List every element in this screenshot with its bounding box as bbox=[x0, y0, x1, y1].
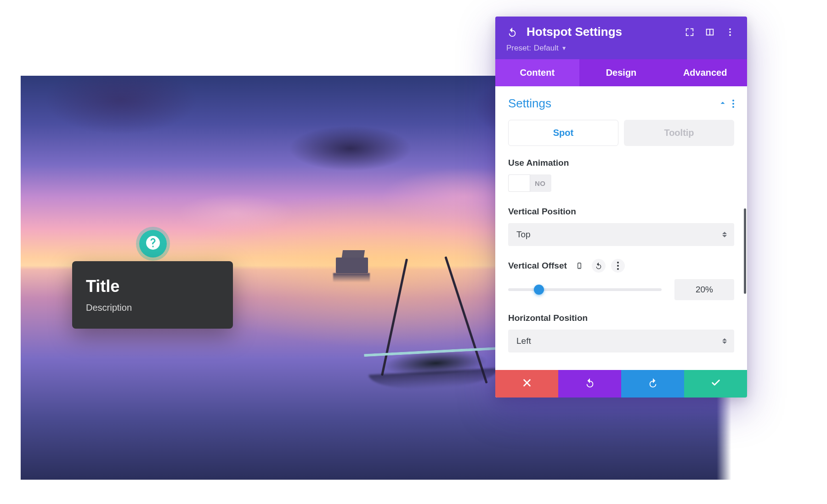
panel-header: Hotspot Settings Preset: Default ▼ bbox=[495, 17, 747, 59]
use-animation-toggle[interactable]: NO bbox=[508, 174, 551, 192]
main-tabs: Content Design Advanced bbox=[495, 59, 747, 86]
field-horizontal-position: Horizontal Position Left bbox=[508, 313, 734, 353]
vertical-position-select[interactable]: Top bbox=[508, 223, 734, 246]
question-icon bbox=[145, 235, 161, 253]
section-collapse-icon[interactable] bbox=[719, 99, 727, 109]
vertical-position-value: Top bbox=[516, 230, 531, 239]
subtab-tooltip[interactable]: Tooltip bbox=[624, 120, 734, 146]
svg-point-2 bbox=[729, 34, 731, 36]
close-icon bbox=[522, 378, 532, 390]
redo-button[interactable] bbox=[621, 370, 684, 398]
toggle-value: NO bbox=[535, 179, 546, 187]
section-more-icon[interactable] bbox=[732, 100, 734, 108]
vertical-offset-slider[interactable] bbox=[508, 288, 662, 291]
panel-footer bbox=[495, 370, 747, 398]
horizontal-position-value: Left bbox=[516, 336, 531, 346]
select-caret-icon bbox=[722, 232, 727, 237]
panel-body: Settings Spot Tooltip Use Animation NO V… bbox=[495, 86, 747, 370]
undo-header-icon[interactable] bbox=[506, 26, 518, 38]
tab-design[interactable]: Design bbox=[579, 59, 663, 86]
use-animation-label: Use Animation bbox=[508, 158, 734, 168]
preset-value: Default bbox=[534, 44, 559, 53]
responsive-icon[interactable] bbox=[572, 259, 586, 273]
undo-button[interactable] bbox=[558, 370, 621, 398]
tooltip-description: Description bbox=[86, 302, 219, 313]
field-use-animation: Use Animation NO bbox=[508, 158, 734, 194]
panel-title: Hotspot Settings bbox=[527, 25, 675, 39]
tooltip-title: Title bbox=[86, 277, 219, 296]
field-vertical-position: Vertical Position Top bbox=[508, 207, 734, 246]
preset-selector[interactable]: Preset: Default ▼ bbox=[506, 44, 736, 53]
vertical-offset-value[interactable]: 20% bbox=[674, 279, 734, 300]
toggle-knob bbox=[508, 174, 530, 192]
subtab-spot[interactable]: Spot bbox=[508, 120, 618, 146]
save-button[interactable] bbox=[684, 370, 747, 398]
slider-thumb[interactable] bbox=[534, 285, 544, 295]
hotspot-marker[interactable] bbox=[139, 230, 167, 258]
reset-icon[interactable] bbox=[592, 259, 606, 273]
cancel-button[interactable] bbox=[495, 370, 558, 398]
chevron-down-icon: ▼ bbox=[561, 45, 567, 51]
svg-point-4 bbox=[579, 267, 579, 268]
scrollbar[interactable] bbox=[744, 208, 746, 294]
svg-point-0 bbox=[729, 28, 731, 30]
more-header-icon[interactable] bbox=[724, 26, 736, 38]
vertical-position-label: Vertical Position bbox=[508, 207, 734, 217]
check-icon bbox=[711, 378, 721, 390]
field-vertical-offset: Vertical Offset 20% bbox=[508, 259, 734, 300]
section-header[interactable]: Settings bbox=[508, 96, 734, 111]
hotspot-tooltip-card: Title Description bbox=[72, 261, 233, 329]
preset-prefix: Preset: bbox=[506, 44, 531, 53]
tab-content[interactable]: Content bbox=[495, 59, 579, 86]
vertical-offset-label: Vertical Offset bbox=[508, 261, 567, 271]
tab-advanced[interactable]: Advanced bbox=[663, 59, 747, 86]
horizontal-position-select[interactable]: Left bbox=[508, 330, 734, 353]
undo-icon bbox=[585, 378, 595, 390]
horizontal-position-label: Horizontal Position bbox=[508, 313, 734, 323]
redo-icon bbox=[648, 378, 658, 390]
sub-tabs: Spot Tooltip bbox=[508, 120, 734, 146]
field-more-icon[interactable] bbox=[611, 259, 625, 273]
settings-panel: Hotspot Settings Preset: Default ▼ Conte… bbox=[495, 17, 747, 398]
svg-point-1 bbox=[729, 31, 731, 33]
select-caret-icon bbox=[722, 338, 727, 344]
split-view-icon[interactable] bbox=[704, 26, 716, 38]
fullscreen-icon[interactable] bbox=[684, 26, 696, 38]
section-title: Settings bbox=[508, 96, 551, 111]
